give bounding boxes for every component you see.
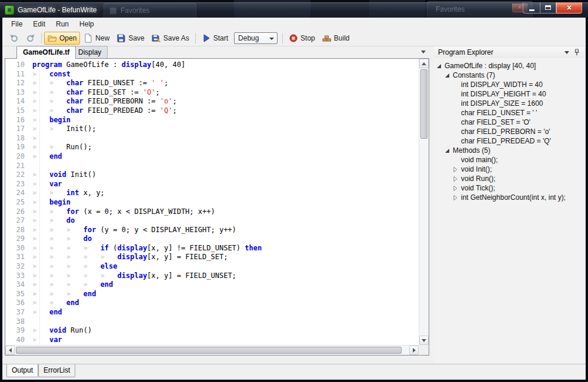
- line-number: 18: [5, 134, 32, 143]
- menu-help[interactable]: Help: [74, 18, 99, 30]
- tree-item[interactable]: int DISPLAY_HEIGHT = 40: [434, 89, 584, 99]
- menu-file[interactable]: File: [6, 18, 28, 30]
- tree-item[interactable]: void Run();: [434, 174, 584, 183]
- debug-mode-select[interactable]: Debug: [234, 32, 278, 44]
- line-number: 31: [5, 253, 32, 262]
- horizontal-scroll-thumb[interactable]: [16, 347, 402, 354]
- tab-indent-marker: »: [32, 70, 49, 78]
- code-editor[interactable]: 10program GameOfLife : display[40, 40]11…: [5, 59, 419, 345]
- tree-item[interactable]: char FIELD_SET = 'O': [434, 118, 584, 127]
- line-number: 27: [5, 216, 32, 226]
- code-token: FIELD_PREBORN :=: [83, 97, 160, 105]
- code-token: end: [49, 308, 62, 316]
- tab-indent-marker: »: [32, 143, 49, 151]
- tab-indent-marker: »: [32, 290, 49, 298]
- build-button[interactable]: Build: [319, 32, 353, 45]
- arrow-left-icon: [9, 348, 12, 353]
- code-line: 39» void Run(): [5, 326, 419, 336]
- program-explorer-tree: GameOfLife : display [40, 40]Constants (…: [434, 58, 584, 364]
- tab-indent-marker: »: [49, 299, 66, 307]
- scroll-up-button[interactable]: [419, 59, 429, 68]
- tree-item[interactable]: int DISPLAY_SIZE = 1600: [434, 99, 584, 108]
- program-explorer-header[interactable]: Program Explorer: [434, 46, 584, 58]
- code-token: 'Q': [160, 106, 173, 115]
- tree-item-label: int DISPLAY_WIDTH = 40: [461, 81, 543, 89]
- panel-splitter[interactable]: [429, 46, 434, 364]
- title-bar[interactable]: GameOfLife - BefunWrite: [0, 2, 588, 18]
- tree-item[interactable]: GameOfLife : display [40, 40]: [434, 61, 584, 71]
- line-number: 39: [5, 326, 32, 336]
- window-title: GameOfLife - BefunWrite: [18, 6, 97, 14]
- tab-errorlist[interactable]: ErrorList: [38, 364, 75, 377]
- maximize-button[interactable]: [540, 2, 556, 14]
- tree-item[interactable]: void Init();: [434, 165, 584, 174]
- minimize-button[interactable]: [523, 2, 540, 14]
- expander-closed-icon[interactable]: [453, 186, 460, 191]
- tab-indent-marker: »: [32, 234, 49, 243]
- expander-open-icon[interactable]: [436, 63, 444, 69]
- tab-output[interactable]: Output: [6, 364, 38, 377]
- code-token: Run();: [66, 143, 92, 151]
- expander-open-icon[interactable]: [445, 73, 452, 78]
- pin-icon[interactable]: [573, 49, 580, 58]
- scroll-down-button[interactable]: [419, 336, 429, 345]
- save-as-button[interactable]: Save As: [148, 32, 193, 45]
- menu-run[interactable]: Run: [51, 18, 74, 30]
- new-button[interactable]: New: [80, 32, 113, 45]
- desktop: Favorites Favorites × GameOfLife - Befun…: [0, 0, 588, 382]
- tab-indent-marker: »: [32, 262, 49, 270]
- line-number: 16: [5, 116, 32, 125]
- tree-item-label: void Init();: [461, 165, 492, 173]
- line-number: 21: [5, 162, 32, 171]
- save-button[interactable]: Save: [113, 32, 148, 45]
- code-token: [x, y] = FIELD_SET;: [147, 253, 228, 261]
- expander-closed-icon[interactable]: [453, 195, 460, 200]
- scroll-left-button[interactable]: [5, 346, 15, 355]
- new-button-label: New: [95, 34, 109, 42]
- code-token: Run(): [66, 326, 92, 334]
- tab-indent-marker: »: [66, 226, 83, 234]
- open-button[interactable]: Open: [44, 32, 80, 45]
- tree-item[interactable]: int GetNeighborCount(int x, int y);: [434, 193, 584, 202]
- tree-item[interactable]: Methods (5): [434, 146, 584, 155]
- vertical-scrollbar[interactable]: [419, 59, 429, 345]
- tree-item[interactable]: char FIELD_UNSET = ' ': [434, 108, 584, 118]
- tab-gameoflife[interactable]: GameOfLife.tf: [16, 46, 76, 59]
- panel-menu-chevron-icon[interactable]: [564, 51, 569, 54]
- close-button[interactable]: ×: [556, 2, 582, 14]
- stop-button[interactable]: Stop: [285, 32, 319, 45]
- redo-button[interactable]: [22, 32, 39, 45]
- tree-item[interactable]: char FIELD_PREBORN = 'o': [434, 127, 584, 136]
- line-number: 11: [5, 70, 32, 79]
- tree-item[interactable]: void Tick();: [434, 183, 584, 193]
- start-button[interactable]: Start: [198, 32, 232, 45]
- expander-closed-icon[interactable]: [453, 176, 460, 182]
- code-token: char: [66, 106, 83, 115]
- tab-indent-marker: »: [49, 106, 66, 115]
- tree-item[interactable]: char FIELD_PREDEAD = 'Q': [434, 136, 584, 146]
- horizontal-scrollbar[interactable]: [5, 345, 419, 355]
- tab-overflow-chevron-icon[interactable]: [421, 51, 426, 53]
- vertical-scroll-thumb[interactable]: [420, 69, 427, 139]
- tree-item[interactable]: int DISPLAY_WIDTH = 40: [434, 80, 584, 89]
- tree-item[interactable]: Constants (7): [434, 71, 584, 80]
- scroll-right-button[interactable]: [409, 346, 419, 355]
- code-token: [40, 40]: [151, 61, 185, 69]
- arrow-up-icon: [422, 62, 426, 65]
- line-number: 22: [5, 170, 32, 180]
- code-token: end: [101, 280, 113, 289]
- line-number: 12: [5, 79, 32, 88]
- tab-display[interactable]: Display: [72, 46, 108, 58]
- code-line: 19» » Run();: [5, 143, 419, 152]
- tab-indent-marker: »: [66, 290, 83, 298]
- tree-item[interactable]: void main();: [434, 155, 584, 165]
- stop-icon: [289, 33, 298, 43]
- undo-button[interactable]: [6, 32, 22, 45]
- code-line: 14» » char FIELD_PREBORN := 'o';: [5, 97, 419, 106]
- expander-closed-icon[interactable]: [453, 167, 460, 172]
- tab-indent-marker: »: [83, 262, 101, 270]
- expander-open-icon[interactable]: [445, 148, 452, 153]
- tab-indent-marker: »: [32, 152, 49, 160]
- code-line: 27» » do: [5, 216, 419, 226]
- menu-edit[interactable]: Edit: [28, 18, 51, 30]
